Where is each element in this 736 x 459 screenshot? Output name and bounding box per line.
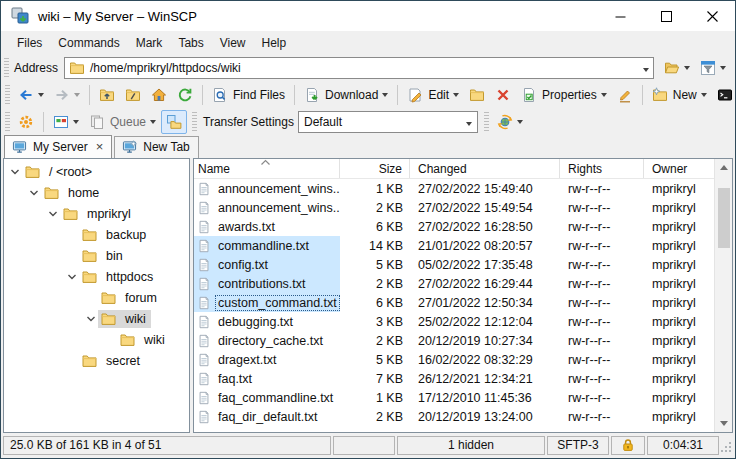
forward-button[interactable]: [49, 83, 85, 107]
menu-view[interactable]: View: [212, 31, 254, 54]
file-row[interactable]: faq.txt 7 KB 26/12/2021 12:34:21 rw-r--r…: [194, 369, 714, 388]
protocol-indicator[interactable]: SFTP-3: [547, 436, 609, 455]
tree-item-root[interactable]: / <root>: [4, 161, 189, 182]
file-row-selected[interactable]: config.txt 5 KB 05/02/2022 17:35:48 rw-r…: [194, 255, 714, 274]
scroll-down-button[interactable]: [715, 415, 733, 432]
file-icon: [197, 372, 211, 386]
tree-item-backup[interactable]: backup: [4, 224, 189, 245]
transfer-settings-combobox[interactable]: Default: [298, 111, 478, 133]
panel-layout-button[interactable]: [48, 110, 84, 134]
toolbar-grip[interactable]: [5, 85, 10, 105]
file-row[interactable]: faq_commandline.txt 1 KB 17/12/2010 11:4…: [194, 388, 714, 407]
hidden-files-count[interactable]: 1 hidden: [397, 436, 545, 455]
monitor-icon: [12, 140, 27, 154]
column-header-owner[interactable]: Owner: [644, 159, 714, 178]
file-row[interactable]: awards.txt 6 KB 27/02/2022 16:28:50 rw-r…: [194, 217, 714, 236]
filter-button[interactable]: [695, 56, 731, 80]
delete-button[interactable]: [490, 83, 516, 107]
window-title: wiki – My Server – WinSCP: [38, 9, 197, 24]
minimize-button[interactable]: [597, 1, 643, 31]
tree-item-mprikryl[interactable]: mprikryl: [4, 203, 189, 224]
menu-files[interactable]: Files: [9, 31, 50, 54]
session-duration: 0:04:31: [647, 436, 719, 455]
menu-commands[interactable]: Commands: [50, 31, 127, 54]
open-terminal-button[interactable]: [712, 83, 736, 107]
column-header-name[interactable]: Name: [194, 159, 340, 178]
properties-button[interactable]: Properties: [516, 83, 612, 107]
refresh-button[interactable]: [172, 83, 198, 107]
duplicate-button[interactable]: [464, 83, 490, 107]
tree-item-secret[interactable]: secret: [4, 350, 189, 371]
column-header-size[interactable]: Size: [340, 159, 410, 178]
title-bar[interactable]: wiki – My Server – WinSCP: [1, 1, 735, 31]
preferences-button[interactable]: [13, 110, 39, 134]
find-files-button[interactable]: Find Files: [207, 83, 290, 107]
queue-button[interactable]: Queue: [84, 110, 161, 134]
download-button[interactable]: Download: [299, 83, 393, 107]
toolbar-grip[interactable]: [5, 112, 10, 132]
collapse-icon[interactable]: [27, 186, 41, 200]
file-row[interactable]: directory_cache.txt 2 KB 20/12/2019 10:2…: [194, 331, 714, 350]
parent-directory-button[interactable]: [94, 83, 120, 107]
address-label: Address: [14, 61, 58, 75]
home-directory-button[interactable]: [146, 83, 172, 107]
collapse-icon[interactable]: [8, 165, 22, 179]
file-row-selected[interactable]: commandline.txt 14 KB 21/01/2022 08:20:5…: [194, 236, 714, 255]
resize-grip[interactable]: [721, 436, 733, 455]
transfer-settings-dropdown[interactable]: [456, 115, 472, 129]
collapse-icon[interactable]: [46, 207, 60, 221]
tab-close-icon[interactable]: ×: [96, 140, 104, 153]
edit-button[interactable]: Edit: [402, 83, 464, 107]
properties-icon: [521, 87, 537, 103]
file-row-selected[interactable]: contributions.txt 2 KB 27/02/2022 16:29:…: [194, 274, 714, 293]
scrollbar-thumb[interactable]: [718, 188, 730, 248]
back-button[interactable]: [13, 83, 49, 107]
file-row[interactable]: debugging.txt 3 KB 25/02/2022 12:12:04 r…: [194, 312, 714, 331]
tree-item-label: mprikryl: [84, 206, 134, 222]
column-header-rights[interactable]: Rights: [560, 159, 644, 178]
custom-commands-button[interactable]: [612, 83, 638, 107]
close-button[interactable]: [689, 1, 735, 31]
tree-item-label: bin: [103, 248, 126, 264]
menu-mark[interactable]: Mark: [128, 31, 171, 54]
column-header-changed[interactable]: Changed: [410, 159, 560, 178]
file-row[interactable]: faq_dir_default.txt 2 KB 20/12/2019 13:2…: [194, 407, 714, 426]
toolbar-grip[interactable]: [4, 58, 9, 78]
file-row-focused[interactable]: custom_command.txt 6 KB 27/01/2022 12:50…: [194, 293, 714, 312]
open-directory-button[interactable]: [659, 56, 695, 80]
tree-item-bin[interactable]: bin: [4, 245, 189, 266]
tree-item-forum[interactable]: forum: [4, 287, 189, 308]
refresh-icon: [177, 87, 193, 103]
folder-icon: [81, 353, 98, 369]
tree-item-wiki-child[interactable]: wiki: [4, 329, 189, 350]
vertical-scrollbar[interactable]: [714, 159, 732, 432]
address-dropdown[interactable]: [633, 61, 649, 75]
tab-new-tab[interactable]: New Tab: [114, 136, 198, 158]
menu-help[interactable]: Help: [254, 31, 295, 54]
file-icon: [197, 182, 211, 196]
toolbar-grip[interactable]: [484, 112, 489, 132]
folder-icon: [43, 185, 60, 201]
menu-tabs[interactable]: Tabs: [170, 31, 211, 54]
tab-my-server[interactable]: My Server ×: [4, 135, 112, 158]
scroll-up-button[interactable]: [715, 159, 733, 176]
collapse-icon[interactable]: [65, 270, 79, 284]
synchronize-button[interactable]: [492, 110, 528, 134]
synchronize-browsing-toggle[interactable]: [161, 110, 187, 134]
file-row[interactable]: announcement_wins... 1 KB 27/02/2022 15:…: [194, 179, 714, 198]
address-combobox[interactable]: /home/mprikryl/httpdocs/wiki: [64, 57, 654, 79]
back-arrow-icon: [18, 87, 34, 103]
collapse-icon[interactable]: [84, 312, 98, 326]
toolbar-grip[interactable]: [192, 112, 197, 132]
tree-item-wiki[interactable]: wiki: [4, 308, 189, 329]
new-button[interactable]: New: [647, 83, 712, 107]
file-row[interactable]: dragext.txt 5 KB 16/02/2022 08:32:29 rw-…: [194, 350, 714, 369]
tree-item-home[interactable]: home: [4, 182, 189, 203]
file-row[interactable]: announcement_wins... 2 KB 27/02/2022 15:…: [194, 198, 714, 217]
encryption-pane[interactable]: [611, 436, 645, 455]
tree-item-httpdocs[interactable]: httpdocs: [4, 266, 189, 287]
root-directory-button[interactable]: [120, 83, 146, 107]
maximize-button[interactable]: [643, 1, 689, 31]
queue-icon: [89, 114, 105, 130]
arrow-up-icon: [720, 165, 728, 170]
